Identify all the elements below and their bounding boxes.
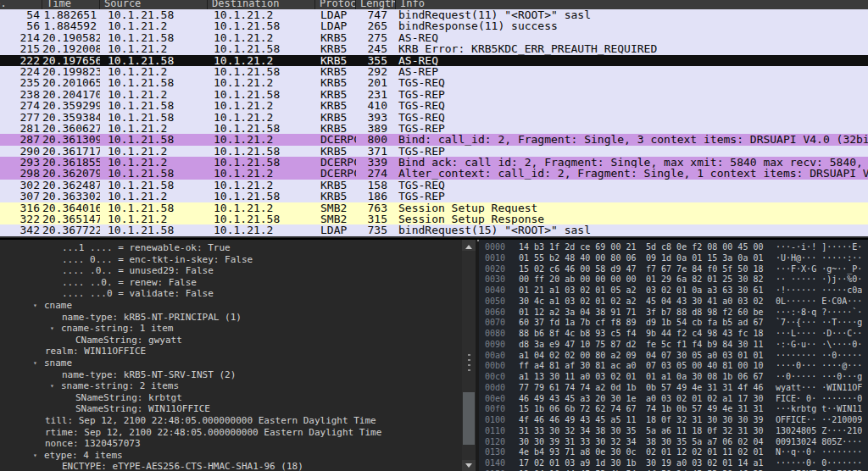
- hex-bytes[interactable]: 3f b7 88 d8 98 f2 60 be: [646, 308, 764, 319]
- hex-ascii[interactable]: ···0···g: [821, 372, 862, 383]
- hex-ascii[interactable]: 805Z····: [821, 437, 862, 448]
- column-header-no[interactable]: No.: [0, 0, 42, 9]
- detail-tree-line[interactable]: realm: WIN11OFFICE: [0, 346, 462, 357]
- hex-row[interactable]: 011031 33 30 32 34 38 30 355a a6 11 18 0…: [485, 426, 868, 437]
- hex-ascii[interactable]: ··0·····: [821, 351, 862, 362]
- hex-ascii[interactable]: ·····c0a: [821, 285, 862, 296]
- detail-tree-line[interactable]: ▾cname: [0, 300, 462, 312]
- hex-bytes[interactable]: 01 12 a2 3a 04 38 91 71: [519, 308, 637, 319]
- hex-ascii[interactable]: 0·······: [821, 458, 862, 469]
- packet-row[interactable]: 21520.19200810.1.21.210.1.21.58KRB5245KR…: [0, 43, 868, 54]
- expander-arrow-icon[interactable]: ▾: [50, 380, 61, 392]
- hex-ascii[interactable]: ···-·i·!: [776, 242, 816, 253]
- hex-bytes[interactable]: 09 1d 0a 01 15 3a 0a 01: [646, 253, 764, 264]
- hex-bytes[interactable]: 30 19 a0 03 02 01 14 a1: [646, 458, 764, 469]
- hex-row[interactable]: 000014 b3 1f 2d ce 69 00 215d c8 0e f2 0…: [485, 242, 868, 253]
- expander-arrow-icon[interactable]: ▾: [33, 300, 44, 312]
- hex-bytes[interactable]: 14 b3 1f 2d ce 69 00 21: [519, 242, 637, 253]
- packet-row[interactable]: 34220.36772210.1.21.5810.1.21.2LDAP735bi…: [0, 224, 868, 236]
- hex-bytes[interactable]: 5a a6 11 18 0f 32 31 30: [646, 426, 764, 437]
- expander-arrow-icon[interactable]: ▾: [33, 450, 44, 462]
- hex-ascii[interactable]: ·U·H@···: [776, 253, 816, 264]
- packet-row[interactable]: 31620.36401610.1.21.5810.1.21.2SMB2763Se…: [0, 202, 868, 213]
- hex-ascii[interactable]: Z····210: [821, 426, 862, 437]
- hex-row[interactable]: 003000 ff 20 ab 00 00 00 0001 29 6a 82 0…: [485, 274, 868, 285]
- hex-ascii[interactable]: ·!······: [776, 285, 816, 296]
- detail-tree-line[interactable]: CNameString: gwyatt: [0, 335, 462, 346]
- hex-bytes[interactable]: 46 49 43 45 a3 20 30 1e: [519, 394, 637, 405]
- hex-ascii[interactable]: ···krbtg: [776, 404, 816, 415]
- hex-bytes[interactable]: 9b 44 f2 c4 98 43 fc 18: [646, 329, 764, 340]
- detail-tree-line[interactable]: ENCTYPE: eTYPE-AES256-CTS-HMAC-SHA1-96 (…: [0, 461, 462, 471]
- hex-bytes[interactable]: 07 03 05 00 40 81 00 10: [646, 361, 764, 372]
- detail-tree-line[interactable]: .... ..0. = renew: False: [0, 277, 462, 289]
- hex-bytes[interactable]: a1 13 30 11 a0 03 02 01: [519, 372, 637, 383]
- hex-row[interactable]: 0090d8 3a e9 47 10 75 87 d2fe 5c f1 f4 b…: [485, 340, 868, 351]
- pane-splitter-handle[interactable]: [468, 352, 470, 374]
- hex-row[interactable]: 00c0a1 13 30 11 a0 03 02 0101 a1 0a 30 0…: [485, 372, 868, 383]
- packet-row[interactable]: 29820.36207910.1.21.5810.1.21.2DCERPC274…: [0, 168, 868, 179]
- detail-tree-line[interactable]: .... .0.. = unused29: False: [0, 265, 462, 277]
- hex-ascii[interactable]: ·······0: [821, 394, 862, 405]
- hex-bytes[interactable]: f7 67 7e 84 f0 5f 50 18: [646, 264, 764, 275]
- hex-ascii[interactable]: 13024805: [776, 426, 816, 437]
- hex-ascii[interactable]: t··WIN11: [821, 404, 862, 415]
- hex-row[interactable]: 00f015 1b 06 6b 72 62 74 6774 1b 0b 57 4…: [485, 404, 868, 415]
- hex-ascii[interactable]: ·D···C··: [821, 329, 862, 340]
- packet-row[interactable]: 27720.35938410.1.21.5810.1.21.2KRB5393TG…: [0, 112, 868, 123]
- hex-bytes[interactable]: 00 ff 20 ab 00 00 00 00: [519, 274, 637, 285]
- hex-ascii[interactable]: ·:·G·u··: [776, 340, 816, 351]
- hex-ascii[interactable]: 0L······: [776, 296, 816, 308]
- expander-arrow-icon[interactable]: ▾: [33, 357, 44, 369]
- detail-tree-line[interactable]: name-type: kRB5-NT-PRINCIPAL (1): [0, 312, 462, 324]
- hex-bytes[interactable]: 88 b6 8f 4c b8 93 c5 f4: [519, 329, 637, 340]
- detail-tree-line[interactable]: ...1 .... = renewable-ok: True: [0, 242, 462, 254]
- hex-row[interactable]: 012030 30 39 31 33 30 32 3438 30 35 5a a…: [485, 437, 868, 448]
- detail-tree-line[interactable]: ▾etype: 4 items: [0, 450, 462, 462]
- detail-tree-line[interactable]: SNameString: krbtgt: [0, 392, 462, 404]
- packet-row[interactable]: 29020.36171710.1.21.210.1.21.58KRB5371TG…: [0, 146, 868, 157]
- hex-ascii[interactable]: OFFICE··: [776, 415, 816, 426]
- detail-tree-line[interactable]: ▾cname-string: 1 item: [0, 323, 462, 335]
- packet-row[interactable]: 28720.36130910.1.21.5810.1.21.2DCERPC800…: [0, 134, 868, 145]
- hex-ascii[interactable]: ···F·X·G: [776, 264, 816, 275]
- packet-row[interactable]: 561.88459210.1.21.210.1.21.58LDAP265bind…: [0, 20, 868, 31]
- hex-row[interactable]: 014017 02 01 03 a9 1d 30 1b30 19 a0 03 0…: [485, 458, 868, 469]
- hex-ascii[interactable]: ··210009: [821, 415, 862, 426]
- hex-bytes[interactable]: 30 4c a1 03 02 01 02 a2: [519, 296, 637, 308]
- hex-bytes[interactable]: 01 29 6a 82 01 25 30 82: [646, 274, 764, 285]
- hex-bytes[interactable]: 01 21 a1 03 02 01 05 a2: [519, 285, 637, 296]
- hex-row[interactable]: 01004f 46 46 49 43 45 a5 1118 0f 32 31 3…: [485, 415, 868, 426]
- hex-row[interactable]: 00b0ff a4 81 af 30 81 ac a007 03 05 00 4…: [485, 361, 868, 372]
- hex-bytes[interactable]: 4f 46 46 49 43 45 a5 11: [519, 415, 637, 426]
- hex-bytes[interactable]: 74 1b 0b 57 49 4e 31 31: [646, 404, 764, 415]
- hex-ascii[interactable]: ·\····0·: [821, 340, 862, 351]
- hex-bytes[interactable]: 04 07 30 05 a0 03 01 01: [646, 351, 764, 362]
- detail-tree-line[interactable]: ▾sname: [0, 357, 462, 369]
- packet-row[interactable]: 28120.36062710.1.21.210.1.21.58KRB5389TG…: [0, 123, 868, 134]
- hex-ascii[interactable]: ···L····: [776, 329, 816, 340]
- hex-row[interactable]: 005030 4c a1 03 02 01 02 a245 04 43 30 4…: [485, 296, 868, 308]
- packet-row[interactable]: 30220.36248710.1.21.5810.1.21.2KRB5158TG…: [0, 180, 868, 191]
- hex-ascii[interactable]: ···:·8·q: [776, 308, 816, 319]
- hex-ascii[interactable]: wyatt···: [776, 383, 816, 394]
- expander-arrow-icon[interactable]: ▾: [50, 323, 61, 335]
- column-header-time[interactable]: Time: [42, 0, 100, 9]
- hex-bytes[interactable]: 17 02 01 03 a9 1d 30 1b: [519, 458, 637, 469]
- packet-row[interactable]: 23820.20417010.1.21.210.1.21.58KRB5231TG…: [0, 89, 868, 100]
- hex-ascii[interactable]: ·WIN11OF: [821, 383, 862, 394]
- hex-ascii[interactable]: ··0·····: [776, 372, 816, 383]
- packet-row[interactable]: 27420.35929910.1.21.5810.1.21.2KRB5410TG…: [0, 100, 868, 111]
- hex-bytes[interactable]: 60 37 fd 1a 7b cf f8 89: [519, 318, 637, 329]
- hex-ascii[interactable]: ········: [776, 351, 816, 362]
- hex-bytes[interactable]: 77 79 61 74 74 a2 0d 1b: [519, 383, 637, 394]
- column-header-len[interactable]: Length: [356, 0, 396, 9]
- hex-ascii[interactable]: 00913024: [776, 437, 816, 448]
- packet-row[interactable]: 22420.19982310.1.21.210.1.21.58KRB5292AS…: [0, 66, 868, 77]
- scroll-down-button[interactable]: [462, 460, 476, 471]
- packet-row[interactable]: 22220.19765610.1.21.5810.1.21.2KRB5355AS…: [0, 55, 868, 66]
- detail-tree-line[interactable]: ▾sname-string: 2 items: [0, 380, 462, 392]
- hex-row[interactable]: 00a0a1 04 02 02 00 80 a2 0904 07 30 05 a…: [485, 351, 868, 362]
- packet-row[interactable]: 30720.36330210.1.21.210.1.21.58KRB5186TG…: [0, 191, 868, 202]
- hex-ascii[interactable]: ?·····`·: [821, 308, 862, 319]
